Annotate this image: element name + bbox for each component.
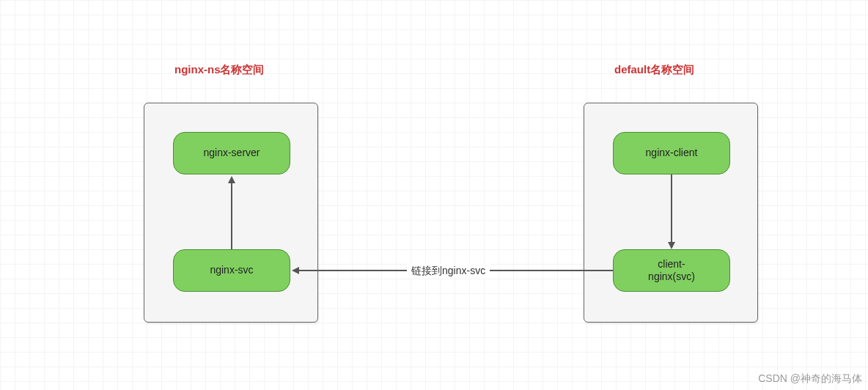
node-client-nginx-svc: client- nginx(svc) xyxy=(613,249,730,292)
namespace-title-left: nginx-ns名称空间 xyxy=(174,63,265,77)
arrowhead-client-to-clientsvc xyxy=(668,242,675,249)
node-nginx-svc: nginx-svc xyxy=(173,249,290,292)
namespace-title-right: default名称空间 xyxy=(614,63,694,77)
node-nginx-server: nginx-server xyxy=(173,132,290,174)
node-nginx-client: nginx-client xyxy=(613,132,730,174)
edge-client-to-clientsvc xyxy=(671,174,672,242)
edge-label-connect: 链接到nginx-svc xyxy=(407,264,490,279)
watermark: CSDN @神奇的海马体 xyxy=(758,372,862,386)
arrowhead-svc-to-server xyxy=(228,176,235,183)
edge-svc-to-server xyxy=(231,183,232,249)
arrowhead-clientsvc-to-svc xyxy=(292,267,299,274)
